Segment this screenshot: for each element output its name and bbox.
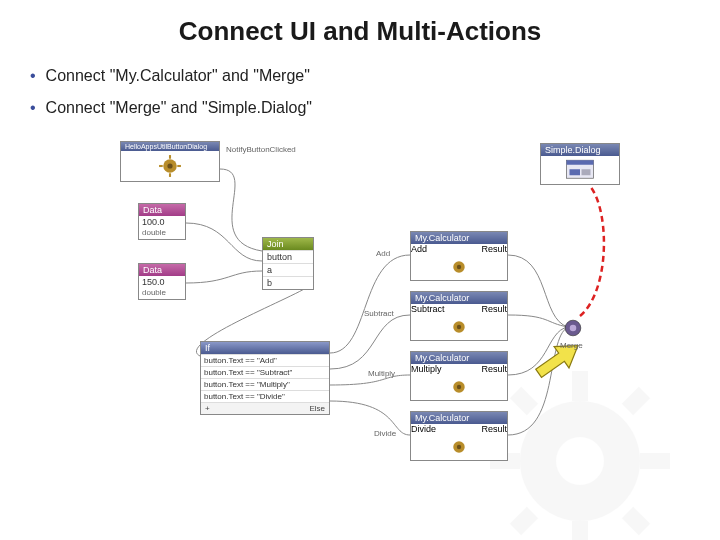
- join-row: a: [263, 263, 313, 276]
- svg-point-19: [457, 325, 461, 329]
- svg-point-17: [457, 265, 461, 269]
- if-row: button.Text == "Divide": [201, 390, 329, 402]
- gear-icon: [411, 314, 507, 340]
- node-data-2[interactable]: Data 150.0 double: [138, 263, 186, 300]
- svg-rect-29: [582, 169, 591, 175]
- merge-label: Merge: [560, 341, 583, 350]
- if-plus[interactable]: +: [205, 404, 210, 413]
- svg-rect-8: [510, 507, 538, 535]
- svg-rect-12: [169, 155, 171, 159]
- calc-result-label: Result: [481, 304, 507, 314]
- node-data-1[interactable]: Data 100.0 double: [138, 203, 186, 240]
- data-value: 150.0: [139, 276, 185, 288]
- if-row: button.Text == "Add": [201, 354, 329, 366]
- node-header: Join: [263, 238, 313, 250]
- node-header: If: [201, 342, 329, 354]
- port-label: NotifyButtonClicked: [226, 145, 296, 154]
- dialog-icon: [541, 156, 619, 184]
- svg-rect-6: [510, 387, 538, 415]
- data-value: 100.0: [139, 216, 185, 228]
- node-mycalculator[interactable]: My.Calculator Add Result: [410, 231, 508, 281]
- node-helloapps[interactable]: HelloAppsUtilButtonDialog: [120, 141, 220, 182]
- data-type: double: [139, 288, 185, 299]
- gear-icon: [411, 374, 507, 400]
- page-title: Connect UI and Multi-Actions: [0, 0, 720, 47]
- calc-op-label: Multiply: [411, 364, 442, 374]
- calc-op-label: Divide: [411, 424, 436, 434]
- svg-rect-2: [572, 371, 588, 401]
- svg-rect-13: [169, 173, 171, 177]
- svg-rect-27: [567, 160, 594, 165]
- calc-result-label: Result: [481, 244, 507, 254]
- data-type: double: [139, 228, 185, 239]
- merge-icon: [560, 315, 586, 341]
- node-mycalculator[interactable]: My.Calculator Divide Result: [410, 411, 508, 461]
- svg-rect-7: [622, 387, 650, 415]
- node-simpledialog[interactable]: Simple.Dialog: [540, 143, 620, 185]
- bullet-item: Connect "Merge" and "Simple.Dialog": [30, 99, 720, 117]
- svg-rect-3: [572, 521, 588, 540]
- port-label: Add: [376, 249, 390, 258]
- gear-icon: [411, 434, 507, 460]
- svg-point-23: [457, 445, 461, 449]
- if-row: button.Text == "Subtract": [201, 366, 329, 378]
- node-header: My.Calculator: [411, 292, 507, 304]
- node-header: Data: [139, 204, 185, 216]
- svg-rect-28: [570, 169, 581, 175]
- flow-diagram: HelloAppsUtilButtonDialog NotifyButtonCl…: [0, 131, 720, 511]
- gear-icon: [411, 254, 507, 280]
- svg-rect-15: [177, 165, 181, 167]
- svg-rect-9: [622, 507, 650, 535]
- node-header: My.Calculator: [411, 352, 507, 364]
- node-mycalculator[interactable]: My.Calculator Subtract Result: [410, 291, 508, 341]
- svg-point-11: [167, 163, 172, 168]
- svg-rect-5: [640, 453, 670, 469]
- bullet-list: Connect "My.Calculator" and "Merge" Conn…: [0, 47, 720, 117]
- node-join[interactable]: Join button a b: [262, 237, 314, 290]
- bullet-item: Connect "My.Calculator" and "Merge": [30, 67, 720, 85]
- svg-rect-14: [159, 165, 163, 167]
- svg-point-1: [556, 437, 604, 485]
- port-label: Subtract: [364, 309, 394, 318]
- node-header: Data: [139, 264, 185, 276]
- gear-icon: [121, 151, 219, 181]
- svg-point-25: [570, 325, 577, 332]
- calc-result-label: Result: [481, 424, 507, 434]
- port-label: Divide: [374, 429, 396, 438]
- node-header: My.Calculator: [411, 412, 507, 424]
- node-header: My.Calculator: [411, 232, 507, 244]
- if-else: Else: [309, 404, 325, 413]
- node-mycalculator[interactable]: My.Calculator Multiply Result: [410, 351, 508, 401]
- svg-point-21: [457, 385, 461, 389]
- gear-icon: [480, 361, 680, 540]
- node-if[interactable]: If button.Text == "Add" button.Text == "…: [200, 341, 330, 415]
- calc-op-label: Add: [411, 244, 427, 254]
- join-row: button: [263, 250, 313, 263]
- calc-result-label: Result: [481, 364, 507, 374]
- port-label: Multiply: [368, 369, 395, 378]
- join-row: b: [263, 276, 313, 289]
- node-header: Simple.Dialog: [541, 144, 619, 156]
- calc-op-label: Subtract: [411, 304, 445, 314]
- node-header: HelloAppsUtilButtonDialog: [121, 142, 219, 151]
- if-row: button.Text == "Multiply": [201, 378, 329, 390]
